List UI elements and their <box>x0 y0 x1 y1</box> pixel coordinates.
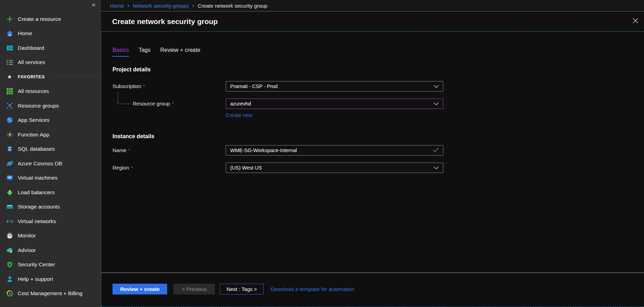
sidebar: « Create a resource Home Dashboard All s… <box>0 0 101 307</box>
sidebar-item-create-a-resource[interactable]: Create a resource <box>0 12 101 26</box>
tab-basics[interactable]: Basics <box>112 47 129 57</box>
review-create-button[interactable]: Review + create <box>112 284 167 294</box>
check-icon <box>433 148 439 153</box>
divider <box>49 77 101 77</box>
chevron-down-icon <box>434 101 439 107</box>
sidebar-item-advisor[interactable]: Advisor <box>0 243 101 258</box>
create-new-link[interactable]: Create new <box>226 112 253 118</box>
sidebar-nav: Create a resource Home Dashboard All ser… <box>0 0 101 301</box>
sidebar-item-all-services[interactable]: All services <box>0 55 101 70</box>
resource-group-select[interactable]: azurevhd <box>226 99 443 109</box>
breadcrumb-home[interactable]: Home <box>110 3 124 9</box>
sidebar-item-virtual-machines[interactable]: Virtual machines <box>0 171 101 186</box>
sidebar-item-sql-databases[interactable]: SQL SQL databases <box>0 142 101 157</box>
virtual-machine-icon <box>6 174 13 182</box>
storage-account-icon <box>6 203 13 211</box>
sidebar-item-monitor[interactable]: Monitor <box>0 229 101 243</box>
region-row: Region* (US) West US <box>112 163 644 173</box>
required-marker: * <box>143 83 145 89</box>
page-title: Create network security group <box>112 17 218 26</box>
sidebar-item-help-support[interactable]: Help + support <box>0 272 101 286</box>
sidebar-item-all-resources[interactable]: All resources <box>0 84 101 99</box>
blade-header: Create network security group <box>101 11 644 31</box>
section-heading-project-details: Project details <box>112 66 644 73</box>
required-marker: * <box>131 165 133 171</box>
main-area: Home › Network security groups › Create … <box>101 0 644 307</box>
breadcrumb-separator-icon: › <box>127 2 129 9</box>
resource-group-label: Resource group* <box>112 99 226 109</box>
grid-icon <box>6 88 13 95</box>
sidebar-item-virtual-networks[interactable]: Virtual networks <box>0 214 101 229</box>
name-label: Name* <box>112 145 226 156</box>
monitor-icon <box>6 232 13 239</box>
star-icon: ★ <box>6 73 13 80</box>
subscription-select[interactable]: Pramati - CSP - Prod <box>226 81 443 92</box>
load-balancer-icon <box>6 189 13 196</box>
breadcrumb-current: Create network security group <box>198 3 267 9</box>
cosmos-db-icon <box>6 160 13 167</box>
app-services-icon <box>6 117 13 124</box>
required-marker: * <box>172 101 174 107</box>
tab-review-create[interactable]: Review + create <box>160 47 200 57</box>
subscription-row: Subscription* Pramati - CSP - Prod <box>112 81 644 92</box>
svg-text:SQL: SQL <box>8 149 11 151</box>
help-support-icon <box>6 275 13 283</box>
tab-tags[interactable]: Tags <box>139 47 150 57</box>
region-label: Region* <box>112 163 226 173</box>
sidebar-item-app-services[interactable]: App Services <box>0 113 101 128</box>
breadcrumb: Home › Network security groups › Create … <box>101 0 644 11</box>
security-center-icon <box>6 261 13 268</box>
sidebar-item-load-balancers[interactable]: Load balancers <box>0 185 101 200</box>
dashboard-icon <box>6 44 13 52</box>
sidebar-item-cost-management-billing[interactable]: $ Cost Management + Billing <box>0 286 101 301</box>
wizard-footer: Review + create < Previous Next : Tags >… <box>101 273 644 307</box>
sidebar-item-function-app[interactable]: Function App <box>0 127 101 142</box>
tab-bar: Basics Tags Review + create <box>112 47 644 57</box>
name-row: Name* WME-SG-Workspace-Internal <box>112 145 644 156</box>
next-tags-button[interactable]: Next : Tags > <box>220 284 264 294</box>
form-area: Basics Tags Review + create Project deta… <box>101 32 644 273</box>
chevron-down-icon <box>434 84 439 89</box>
sidebar-item-resource-groups[interactable]: Resource groups <box>0 99 101 113</box>
sidebar-item-security-center[interactable]: Security Center <box>0 258 101 272</box>
sidebar-item-dashboard[interactable]: Dashboard <box>0 41 101 55</box>
close-icon[interactable] <box>631 16 640 25</box>
breadcrumb-network-security-groups[interactable]: Network security groups <box>133 3 189 9</box>
home-icon <box>6 30 13 37</box>
collapse-sidebar-icon[interactable]: « <box>92 1 95 8</box>
name-input[interactable]: WME-SG-Workspace-Internal <box>226 145 443 156</box>
virtual-network-icon <box>6 218 13 225</box>
chevron-down-icon <box>434 165 439 171</box>
previous-button[interactable]: < Previous <box>173 284 215 294</box>
region-select[interactable]: (US) West US <box>226 163 443 173</box>
sidebar-item-storage-accounts[interactable]: Storage accounts <box>0 200 101 214</box>
breadcrumb-separator-icon: › <box>192 2 194 9</box>
sidebar-item-azure-cosmos-db[interactable]: Azure Cosmos DB <box>0 156 101 171</box>
sidebar-item-home[interactable]: Home <box>0 26 101 41</box>
blade-content: Basics Tags Review + create Project deta… <box>101 31 644 307</box>
section-heading-instance-details: Instance details <box>112 133 644 140</box>
download-template-link[interactable]: Download a template for automation <box>271 284 355 294</box>
list-icon <box>6 59 13 66</box>
resource-group-icon <box>6 102 13 109</box>
function-app-icon <box>6 131 13 138</box>
resource-group-row: Resource group* azurevhd <box>112 99 644 109</box>
cost-management-icon: $ <box>6 290 13 297</box>
advisor-icon <box>6 246 13 254</box>
subscription-label: Subscription* <box>112 81 226 92</box>
required-marker: * <box>128 147 130 153</box>
plus-icon <box>6 15 13 23</box>
sql-database-icon: SQL <box>6 145 13 153</box>
sidebar-section-favorites: ★ FAVORITES <box>0 70 101 84</box>
